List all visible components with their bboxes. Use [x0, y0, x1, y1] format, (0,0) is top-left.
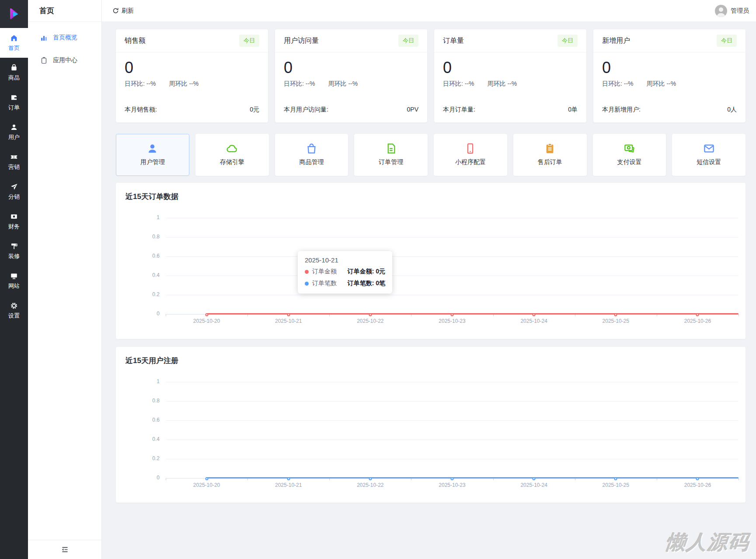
- day-ratio: 日环比: --%: [602, 80, 634, 88]
- collapse-menu-icon[interactable]: [61, 546, 69, 553]
- submenu-item-label: 应用中心: [53, 56, 77, 64]
- order-chart-panel: 近15天订单数据 1 0.8 0.6 0.4 0.2 0: [116, 183, 746, 339]
- sidebar-item-label: 订单: [8, 104, 20, 112]
- data-point[interactable]: [533, 477, 536, 480]
- data-point[interactable]: [614, 313, 617, 316]
- shortcut-miniprogram-config[interactable]: 小程序配置: [434, 134, 507, 176]
- series-dot-red: [305, 270, 309, 274]
- series-value: 订单金额: 0元: [348, 268, 385, 276]
- sidebar-item-decorate[interactable]: 装修: [0, 236, 28, 266]
- shortcut-storage-engine[interactable]: 存储引擎: [195, 134, 269, 176]
- y-tick: 0.2: [117, 291, 160, 297]
- data-point[interactable]: [533, 313, 536, 316]
- secondary-sidebar: 首页 首页概览 应用中心: [28, 0, 102, 559]
- sidebar-item-label: 分销: [8, 193, 20, 201]
- shortcut-label: 小程序配置: [455, 158, 486, 166]
- website-monitor-icon: [10, 272, 18, 280]
- x-tick-label: 2025-10-20: [193, 482, 220, 488]
- day-ratio: 日环比: --%: [443, 80, 474, 88]
- x-tick-label: 2025-10-26: [684, 482, 711, 488]
- decorate-roller-icon: [10, 242, 18, 250]
- data-point[interactable]: [369, 477, 372, 480]
- sidebar-item-label: 用户: [8, 133, 20, 141]
- sidebar-item-goods[interactable]: 商品: [0, 58, 28, 87]
- stat-value: 0: [602, 58, 737, 77]
- distribution-plane-icon: [10, 183, 18, 191]
- order-chart[interactable]: 1 0.8 0.6 0.4 0.2 0: [166, 218, 739, 314]
- shortcut-label: 用户管理: [140, 158, 165, 166]
- shortcut-order-manage[interactable]: 订单管理: [354, 134, 428, 176]
- register-chart[interactable]: 1 0.8 0.6 0.4 0.2 0: [166, 382, 739, 478]
- day-ratio: 日环比: --%: [125, 80, 156, 88]
- series-name: 订单金额: [312, 268, 337, 276]
- x-tick-label: 2025-10-24: [520, 482, 547, 488]
- y-tick: 0: [117, 475, 160, 481]
- order-manage-icon: [385, 143, 397, 154]
- submenu-title: 首页: [28, 0, 101, 22]
- admin-menu[interactable]: 管理员: [715, 5, 749, 17]
- data-point[interactable]: [287, 313, 290, 316]
- sidebar-item-label: 网站: [8, 282, 20, 290]
- shortcuts-row: 用户管理 存储引擎 商品管理 订单管理 小程序配置 售后订单: [116, 134, 746, 176]
- data-point[interactable]: [205, 477, 208, 480]
- chart-title: 近15天用户注册: [116, 347, 746, 366]
- y-tick: 1: [117, 214, 160, 220]
- sidebar-item-settings[interactable]: 设置: [0, 296, 28, 325]
- data-point[interactable]: [369, 313, 372, 316]
- data-point[interactable]: [205, 313, 208, 316]
- avatar: [715, 5, 727, 17]
- register-chart-panel: 近15天用户注册 1 0.8 0.6 0.4 0.2 0: [116, 347, 746, 503]
- stat-title: 用户访问量: [284, 36, 319, 45]
- sidebar-item-users[interactable]: 用户: [0, 117, 28, 147]
- week-ratio: 周环比 --%: [169, 80, 199, 88]
- today-badge: 今日: [717, 35, 737, 47]
- refresh-button[interactable]: 刷新: [112, 7, 134, 15]
- month-label: 本月用户访问量:: [284, 106, 328, 114]
- week-ratio: 周环比 --%: [488, 80, 517, 88]
- submenu-item-overview[interactable]: 首页概览: [28, 26, 101, 49]
- payment-icon: [624, 143, 635, 154]
- shortcut-goods-manage[interactable]: 商品管理: [275, 134, 348, 176]
- user-register-line: [207, 477, 739, 479]
- data-point[interactable]: [696, 313, 699, 316]
- main-area: 刷新 管理员 销售额 今日 0 日环比: --% 周环比 --%: [102, 0, 756, 559]
- sms-icon: [703, 143, 715, 154]
- sidebar-item-distribution[interactable]: 分销: [0, 177, 28, 206]
- sidebar-item-label: 财务: [8, 223, 20, 231]
- today-badge: 今日: [239, 35, 259, 47]
- sidebar-item-marketing[interactable]: 营销: [0, 147, 28, 177]
- y-tick: 0.6: [117, 417, 160, 423]
- shortcut-sms-settings[interactable]: 短信设置: [672, 134, 746, 176]
- data-point[interactable]: [614, 477, 617, 480]
- shortcut-aftersale-orders[interactable]: 售后订单: [513, 134, 587, 176]
- sidebar-item-finance[interactable]: 财务: [0, 206, 28, 236]
- day-ratio: 日环比: --%: [284, 80, 315, 88]
- week-ratio: 周环比 --%: [328, 80, 358, 88]
- month-value: 0人: [727, 106, 737, 114]
- shortcut-user-manage[interactable]: 用户管理: [116, 134, 189, 176]
- data-point[interactable]: [451, 313, 454, 316]
- shortcut-payment-settings[interactable]: 支付设置: [593, 134, 666, 176]
- sidebar-item-label: 设置: [8, 312, 20, 320]
- avatar-person-icon: [715, 5, 727, 17]
- order-wallet-icon: [10, 94, 18, 101]
- sidebar-item-label: 首页: [8, 44, 20, 52]
- data-point[interactable]: [696, 477, 699, 480]
- shortcut-label: 商品管理: [299, 158, 324, 166]
- sidebar-item-website[interactable]: 网站: [0, 266, 28, 296]
- data-point[interactable]: [451, 477, 454, 480]
- x-tick-label: 2025-10-22: [357, 482, 383, 488]
- watermark: 懒人源码: [665, 529, 751, 556]
- submenu-item-app-center[interactable]: 应用中心: [28, 49, 101, 72]
- chart-tooltip: 2025-10-21 订单金额 订单金额: 0元 订单笔数 订单笔数: 0笔: [298, 251, 392, 293]
- sidebar-item-home[interactable]: 首页: [0, 28, 28, 58]
- y-tick: 0.4: [117, 436, 160, 442]
- miniprogram-icon: [464, 143, 476, 154]
- shortcut-label: 存储引擎: [220, 158, 244, 166]
- app-logo[interactable]: [0, 0, 28, 28]
- order-amount-line: [207, 313, 739, 314]
- sidebar-item-label: 装修: [8, 252, 20, 260]
- data-point[interactable]: [287, 477, 290, 480]
- sidebar-item-orders[interactable]: 订单: [0, 87, 28, 117]
- goods-bag-icon: [10, 64, 18, 72]
